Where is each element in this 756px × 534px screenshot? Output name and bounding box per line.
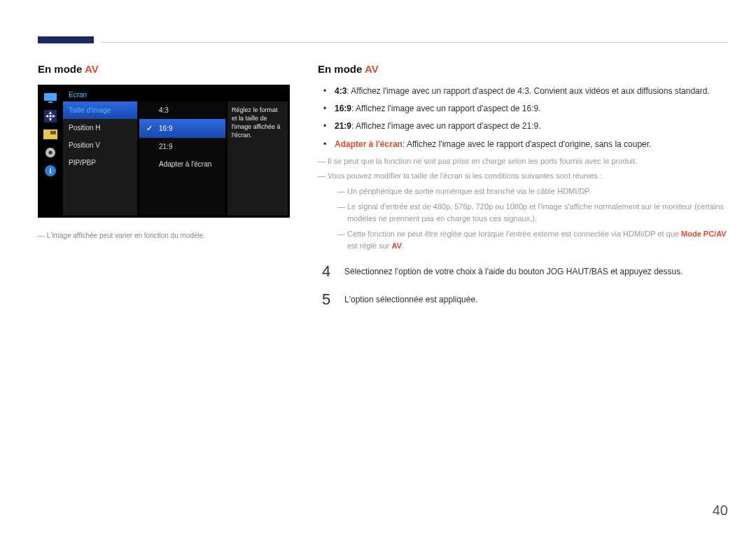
osd-screenshot: i Ecran Taille d'image Position H Positi… bbox=[38, 85, 290, 218]
svg-rect-1 bbox=[48, 101, 52, 103]
check-icon: ✓ bbox=[146, 124, 153, 133]
subnote: Cette fonction ne peut être réglée que l… bbox=[337, 228, 728, 253]
accent-bar bbox=[38, 36, 94, 43]
notes: Il se peut que la fonction ne soit pas p… bbox=[318, 155, 728, 253]
heading-suffix: AV bbox=[85, 63, 99, 75]
step-5: 5 L'option sélectionnée est appliquée. bbox=[318, 292, 728, 307]
osd-submenu-item: 4:3 bbox=[139, 101, 225, 119]
subnotes: Un périphérique de sortie numérique est … bbox=[318, 185, 728, 253]
osd-menu-item: Position H bbox=[63, 119, 137, 136]
osd-main: Ecran Taille d'image Position H Position… bbox=[63, 87, 288, 216]
info-icon: i bbox=[42, 164, 59, 178]
svg-text:i: i bbox=[49, 167, 51, 175]
horizontal-rule bbox=[101, 42, 728, 43]
osd-menu-item: PIP/PBP bbox=[63, 154, 137, 171]
bullet-item: Adapter à l'écran: Affichez l'image avec… bbox=[328, 138, 728, 151]
step-number: 5 bbox=[318, 292, 335, 307]
note: Vous pouvez modifier la taille de l'écra… bbox=[318, 170, 728, 183]
osd-menu-item: Position V bbox=[63, 136, 137, 154]
step-4: 4 Sélectionnez l'option de votre choix à… bbox=[318, 264, 728, 279]
page-number: 40 bbox=[713, 503, 728, 519]
osd-submenu-item: Adapter à l'écran bbox=[139, 155, 225, 173]
svg-rect-0 bbox=[44, 93, 57, 101]
two-column-layout: En mode AV i bbox=[38, 63, 728, 320]
bullet-list: 4:3: Affichez l'image avec un rapport d'… bbox=[318, 85, 728, 151]
svg-rect-9 bbox=[50, 131, 56, 134]
osd-menu-list: Taille d'image Position H Position V PIP… bbox=[63, 101, 137, 216]
image-caption: L'image affichée peut varier en fonction… bbox=[38, 232, 290, 239]
page: En mode AV i bbox=[0, 0, 756, 534]
subnote: Un périphérique de sortie numérique est … bbox=[337, 185, 728, 198]
gear-icon bbox=[42, 146, 59, 160]
section-heading-left: En mode AV bbox=[38, 63, 290, 75]
step-text: L'option sélectionnée est appliquée. bbox=[344, 292, 728, 307]
steps: 4 Sélectionnez l'option de votre choix à… bbox=[318, 264, 728, 307]
heading-suffix: AV bbox=[365, 63, 379, 75]
note: Il se peut que la fonction ne soit pas p… bbox=[318, 155, 728, 168]
osd-menu-item: Taille d'image bbox=[63, 101, 137, 119]
osd-sidebar: i bbox=[40, 87, 61, 216]
subnote: Le signal d'entrée est de 480p, 576p, 72… bbox=[337, 201, 728, 225]
step-number: 4 bbox=[318, 264, 335, 279]
bullet-item: 4:3: Affichez l'image avec un rapport d'… bbox=[328, 85, 728, 98]
osd-submenu-item: 21:9 bbox=[139, 138, 225, 155]
osd-help-text: Réglez le format et la taille de l'image… bbox=[227, 101, 288, 216]
pip-icon bbox=[42, 127, 59, 141]
osd-submenu-list: 4:3 ✓16:9 21:9 Adapter à l'écran bbox=[139, 101, 225, 216]
navigation-icon bbox=[42, 109, 59, 123]
svg-rect-7 bbox=[50, 115, 52, 118]
left-column: En mode AV i bbox=[38, 63, 290, 320]
svg-point-11 bbox=[49, 151, 52, 155]
section-heading-right: En mode AV bbox=[318, 63, 728, 75]
bullet-item: 21:9: Affichez l'image avec un rapport d… bbox=[328, 120, 728, 133]
top-bar bbox=[38, 0, 728, 43]
right-column: En mode AV 4:3: Affichez l'image avec un… bbox=[318, 63, 728, 320]
heading-prefix: En mode bbox=[38, 63, 85, 75]
step-text: Sélectionnez l'option de votre choix à l… bbox=[344, 264, 728, 279]
osd-title: Ecran bbox=[63, 87, 288, 101]
osd-submenu-item: ✓16:9 bbox=[139, 119, 225, 138]
osd-columns: Taille d'image Position H Position V PIP… bbox=[63, 101, 288, 216]
monitor-icon bbox=[42, 91, 59, 105]
bullet-item: 16:9: Affichez l'image avec un rapport d… bbox=[328, 102, 728, 115]
heading-prefix: En mode bbox=[318, 63, 365, 75]
